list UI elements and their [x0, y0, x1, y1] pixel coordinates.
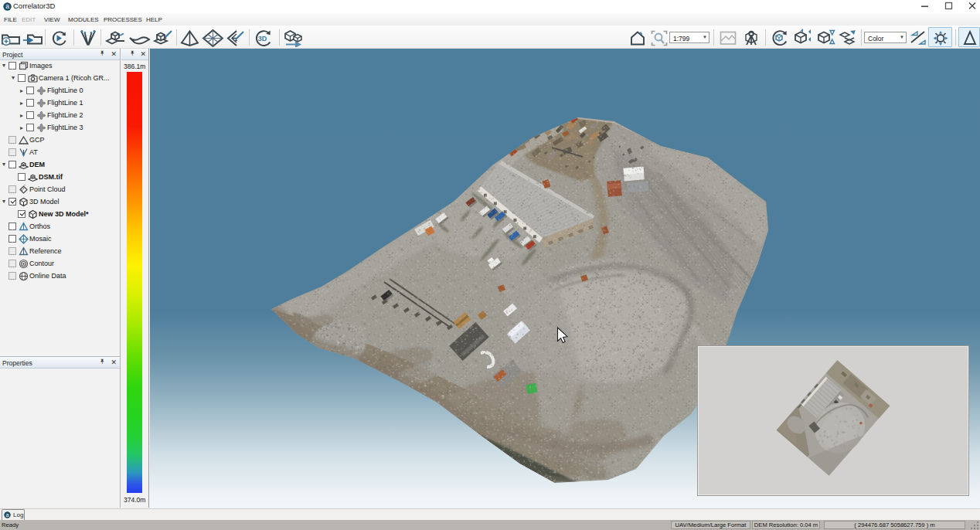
- svg-text:a: a: [6, 512, 9, 518]
- svg-text:a: a: [5, 2, 9, 10]
- svg-text:3D: 3D: [258, 35, 267, 42]
